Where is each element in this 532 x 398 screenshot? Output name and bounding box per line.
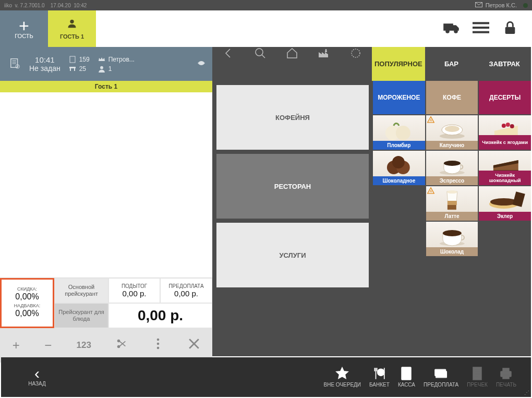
new-guest-label: ГОСТЬ (15, 33, 33, 39)
svg-rect-9 (11, 58, 18, 67)
delivery-icon[interactable] (443, 19, 460, 38)
app-date: 17.04.20 (51, 3, 71, 8)
svg-point-19 (200, 62, 202, 64)
svg-text:A: A (429, 118, 432, 122)
total-value: 0,00 р. (138, 307, 183, 324)
app-time: 10:42 (74, 3, 87, 8)
bigcat-cafe[interactable]: КОФЕЙНЯ (216, 85, 369, 150)
delete-button[interactable] (188, 338, 200, 353)
svg-rect-47 (448, 201, 457, 205)
guest-1-label: ГОСТЬ 1 (60, 33, 84, 40)
cutlery-icon (372, 367, 386, 380)
bill-number: 159 (79, 56, 90, 63)
subtotal-label: ПОДЫТОГ (122, 283, 147, 289)
resize-grip-icon[interactable]: ⋰ (524, 390, 529, 395)
product-chocolate-ice[interactable]: Шоколадное (373, 151, 425, 185)
svg-rect-16 (70, 68, 71, 71)
guest-1-tab[interactable]: ГОСТЬ 1 (48, 10, 96, 47)
subhead-desserts[interactable]: ДЕСЕРТЫ (479, 81, 531, 114)
svg-point-65 (406, 377, 407, 378)
status-dot (523, 3, 528, 8)
back-arrow-icon[interactable] (212, 47, 244, 81)
numpad-button[interactable]: 123 (77, 340, 91, 351)
prepay-cell: ПРЕДОПЛАТА 0,00 р. (160, 278, 212, 303)
svg-point-42 (392, 156, 405, 168)
markup-label: НАДБАВКА: (14, 303, 40, 308)
product-cheesecake-choco[interactable]: Чизкейк шоколадный (479, 151, 531, 185)
discount-markup-cell[interactable]: СКИДКА: 0,00% НАДБАВКА: 0,00% (0, 278, 54, 328)
product-espresso[interactable]: Эспрессо (426, 151, 478, 185)
svg-point-4 (454, 30, 457, 33)
discount-value: 0,00% (15, 292, 39, 301)
qty-plus-button[interactable]: + (13, 338, 20, 353)
more-button[interactable] (152, 338, 164, 353)
footer-banquet-button[interactable]: БАНКЕТ (365, 367, 394, 388)
svg-point-23 (156, 343, 159, 345)
maincat-popular[interactable]: ПОПУЛЯРНОЕ (372, 47, 425, 81)
footer-back-button[interactable]: ‹ НАЗАД (1, 368, 64, 387)
svg-rect-7 (473, 31, 489, 33)
svg-rect-70 (473, 367, 481, 380)
product-latte[interactable]: A Латте (426, 186, 478, 221)
main-pricelist-button[interactable]: Основной прейскурант (54, 278, 108, 303)
product-cappuccino[interactable]: A Капучино (426, 115, 478, 150)
subhead-coffee[interactable]: КОФЕ (426, 81, 478, 114)
svg-point-62 (406, 375, 407, 376)
lock-icon[interactable] (502, 19, 518, 38)
factory-icon[interactable] (308, 47, 340, 81)
allergen-badge-icon: A (427, 187, 434, 195)
menu-area: ПОПУЛЯРНОЕ БАР ЗАВТРАК КОФЕЙНЯ РЕСТОРАН … (212, 47, 531, 356)
qty-minus-button[interactable]: − (44, 338, 52, 353)
bigcat-restaurant[interactable]: РЕСТОРАН (216, 154, 369, 219)
order-status: Не задан (29, 64, 61, 73)
person-icon (66, 18, 78, 32)
calculator-icon (400, 367, 413, 380)
home-icon[interactable] (276, 47, 308, 81)
footer-cash-button[interactable]: КАССА (394, 367, 419, 388)
eye-icon[interactable] (198, 59, 205, 69)
bigcat-services[interactable]: УСЛУГИ (216, 223, 369, 287)
menu-icon[interactable] (473, 19, 489, 38)
prepay-label: ПРЕДОПЛАТА (168, 283, 203, 289)
svg-rect-48 (448, 205, 456, 210)
svg-point-66 (408, 377, 409, 378)
footer-queue-button[interactable]: ВНЕ ОЧЕРЕДИ (319, 367, 365, 388)
svg-point-44 (444, 161, 461, 166)
svg-point-59 (406, 373, 407, 374)
product-plombir[interactable]: Пломбир (373, 115, 425, 150)
prepay-value: 0,00 р. (174, 289, 198, 298)
svg-point-39 (510, 124, 514, 128)
svg-rect-8 (505, 27, 515, 34)
product-chocolate-drink[interactable]: Шоколад (426, 222, 478, 256)
guest-band[interactable]: Гость 1 (0, 81, 212, 92)
product-eclair[interactable]: Эклер (479, 186, 531, 221)
svg-point-54 (443, 230, 462, 236)
discount-label: СКИДКА: (17, 286, 37, 292)
maincat-bar[interactable]: БАР (425, 47, 478, 81)
svg-rect-57 (403, 368, 410, 371)
total-cell[interactable]: 0,00 р. (108, 303, 212, 328)
current-user[interactable]: Петров К.С. (486, 2, 517, 8)
order-info-bar[interactable]: 10:41 Не задан 159 25 Петров... 1 (0, 47, 212, 81)
dish-pricelist-button[interactable]: Прейскурант для блюда (54, 303, 108, 328)
maincat-breakfast[interactable]: ЗАВТРАК (478, 47, 531, 81)
crown-icon (98, 56, 105, 63)
new-guest-tab[interactable]: + ГОСТЬ (0, 10, 48, 47)
svg-rect-76 (503, 368, 509, 371)
footer-precheck-button[interactable]: ПРЕЧЕК (463, 367, 492, 388)
svg-point-29 (352, 49, 360, 57)
svg-point-58 (404, 373, 405, 374)
split-button[interactable] (116, 338, 127, 353)
chevron-left-icon: ‹ (34, 368, 40, 379)
mail-icon[interactable] (475, 2, 482, 8)
product-cheesecake-berry[interactable]: Чизкейк с ягодами (479, 115, 531, 150)
pax-icon (98, 65, 105, 73)
star-icon (335, 367, 349, 380)
footer-prepay-button[interactable]: ПРЕДОПЛАТА (419, 367, 463, 388)
subhead-icecream[interactable]: МОРОЖЕНОЕ (373, 81, 425, 114)
search-icon[interactable] (244, 47, 276, 81)
svg-point-69 (439, 371, 441, 374)
footer-print-button[interactable]: ПЕЧАТЬ (492, 367, 521, 388)
list-check-icon (5, 57, 25, 71)
gear-icon[interactable] (340, 47, 372, 81)
